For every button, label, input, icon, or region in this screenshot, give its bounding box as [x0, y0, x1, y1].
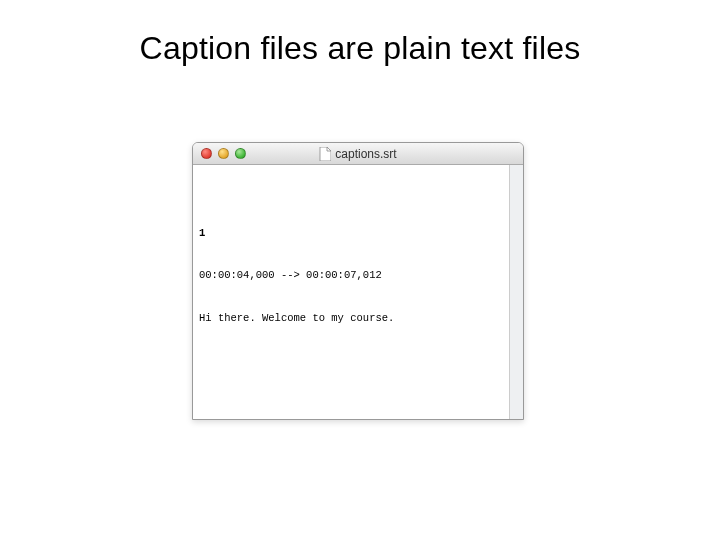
zoom-button[interactable]: [235, 148, 246, 159]
slide-title: Caption files are plain text files: [0, 0, 720, 67]
minimize-button[interactable]: [218, 148, 229, 159]
file-icon: [319, 147, 331, 161]
editor-window: captions.srt 1 00:00:04,000 --> 00:00:07…: [192, 142, 524, 420]
caption-block: 2 00:00:07,012 --> 00:00:10,004 In this …: [199, 396, 503, 419]
caption-index: 1: [199, 226, 503, 240]
window-title: captions.srt: [335, 147, 396, 161]
text-editor[interactable]: 1 00:00:04,000 --> 00:00:07,012 Hi there…: [193, 165, 509, 419]
window-controls: [201, 148, 246, 159]
caption-time: 00:00:04,000 --> 00:00:07,012: [199, 268, 503, 282]
vertical-scrollbar[interactable]: [509, 165, 523, 419]
caption-text: Hi there. Welcome to my course.: [199, 311, 503, 325]
close-button[interactable]: [201, 148, 212, 159]
editor-body: 1 00:00:04,000 --> 00:00:07,012 Hi there…: [193, 165, 523, 419]
caption-block: 1 00:00:04,000 --> 00:00:07,012 Hi there…: [199, 197, 503, 353]
window-titlebar[interactable]: captions.srt: [193, 143, 523, 165]
